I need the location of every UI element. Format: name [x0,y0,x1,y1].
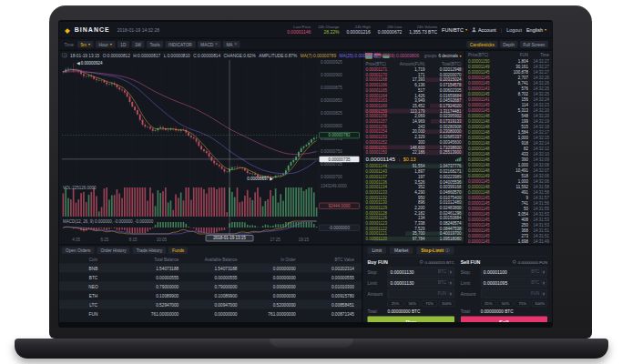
funds-cell: 0.52947000 [127,302,186,308]
toolbar-button-macd[interactable]: MACD× [198,41,221,48]
legend-token: C:0.00000814 [193,53,220,58]
tab-trade-history[interactable]: Trade History [133,247,166,254]
tab-order-history[interactable]: Order History [97,247,129,254]
trade-price: 0.00001145 [468,217,497,222]
stepper-down-icon[interactable]: ▾ [450,272,452,275]
stepper-down-icon[interactable]: ▾ [450,294,452,297]
tab-funds[interactable]: Funds [168,247,188,254]
buy-percent-50[interactable]: 50% [404,300,420,307]
sell-stop-input[interactable]: 0.00001100BTC▴▾ [481,268,547,277]
buy-amount-input[interactable]: FUN▴▾ [388,289,454,298]
pair-selector[interactable]: FUN/BTC ▾ [442,27,467,33]
sell-percent-100[interactable]: 100% [532,300,547,307]
toolbar-button-1d[interactable]: 1D [117,41,129,48]
funds-cell: 0.00871345 [303,311,362,317]
trade-amount: 30,161 [497,65,528,69]
total-cell: 0.20315024 [425,77,462,82]
sell-button[interactable]: Sell [461,317,547,323]
decimals-selector[interactable]: 6 decimals ▾ [438,54,461,58]
toolbar-button-hour[interactable]: Hour▾ [96,41,115,48]
trade-time: 14:31:51 [528,234,549,238]
group-setting: groups 6 decimals ▾ [424,54,462,58]
stepper-down-icon[interactable]: ▾ [543,294,545,297]
order-type-tab-market[interactable]: Market [390,248,413,255]
tab-open-orders[interactable]: Open Orders [62,247,94,254]
order-type-tab-stop-limit[interactable]: Stop-Limitⓘ [416,247,454,255]
total-cell: 0.00399168 [425,185,462,189]
trade-time: 14:32:09 [528,157,549,162]
sell-percent-75[interactable]: 75% [515,300,530,307]
sell-percent-25[interactable]: 25% [481,300,496,307]
trade-time: 14:32:27 [528,70,549,75]
trade-time: 14:32:27 [528,65,549,69]
trade-time: 14:32:25 [528,86,549,91]
trade-price: 0.00001145 [468,207,497,211]
sell-amount-input[interactable]: FUN▴▾ [481,289,547,298]
legend-token: O:0.00000812 [103,53,130,58]
toolbar-button-depth[interactable]: Depth [500,41,518,48]
buy-percent-100[interactable]: 100% [439,300,454,307]
price-cell: 0.00001129 [366,206,399,210]
buy-button[interactable]: Buy [368,317,454,323]
toolbar-button-time[interactable]: Time [63,41,75,48]
stepper: ▴▾ [541,280,545,285]
funds-panel: Open OrdersOrder HistoryTrade HistoryFun… [59,246,362,323]
stepper-down-icon[interactable]: ▾ [543,283,545,286]
stage: ◆ BINANCE 2018-01-19 14:32:28 Last Price… [0,0,622,364]
stepper-down-icon[interactable]: ▾ [543,272,545,275]
account-menu[interactable]: Account [472,27,496,33]
total-cell: 0.01012480 [425,200,462,205]
buy-limit-input[interactable]: 0.00001130BTC▴▾ [388,278,454,288]
buy-percent-75[interactable]: 75% [422,300,437,307]
order-book-buy-row[interactable]: 0.0000112097,7841.09518080 [363,237,464,242]
funds-cell: 0.79000000 [186,284,244,289]
language-selector[interactable]: English ▾ [526,27,546,33]
toolbar-button-indicator[interactable]: INDICATOR [166,41,196,48]
funds-cell: 0.10089900 [186,293,244,298]
trade-amount: 5,313 [497,108,528,113]
field-unit: BTC [438,280,446,285]
toolbar-button-5m[interactable]: 5m▾ [77,41,94,48]
trade-price: 0.00001145 [468,81,497,86]
depth-chart-icon[interactable] [455,157,462,162]
stepper-down-icon[interactable]: ▾ [450,283,452,286]
trade-amount: 3,054 [497,212,528,217]
toolbar-button-1w[interactable]: 1W [131,41,144,48]
total-cell: 0.00223989 [425,175,462,179]
amount-cell: 20,000 [399,129,425,134]
trade-row[interactable]: 0.000011451,69814:31:49 [465,238,552,244]
camera-icon[interactable] [62,54,67,58]
order-book-sell-row[interactable]: 0.0000115022,1860.25513900 [363,150,464,156]
funds-cell: 0.00000000 [245,275,303,280]
trade-price: 0.00001148 [468,119,497,124]
toolbar-button-tools[interactable]: Tools [147,41,163,48]
buy-percent-25[interactable]: 25% [388,300,403,307]
logout-button[interactable]: Logout [506,27,522,33]
close-icon[interactable]: × [235,42,238,46]
legend-token: H:0.00000817 [133,53,160,58]
trade-amount: 100,878 [497,70,528,75]
buy-stop-input[interactable]: 0.00001130BTC▴▾ [388,268,454,277]
header-datetime: 2018-01-19 14:32:28 [117,27,159,33]
sell-limit-input[interactable]: 0.00001095BTC▴▾ [481,278,547,288]
price-cell: 0.00001153 [366,135,399,139]
total-cell: 0.00150884 [425,216,462,220]
toolbar-button-full-screen[interactable]: Full Screen [520,41,548,48]
svg-text:0.00000735: 0.00000735 [329,157,351,162]
amount-cell: 148,600 [399,145,425,149]
order-type-tab-limit[interactable]: Limit [368,248,387,255]
svg-text:0.00000825: 0.00000825 [321,111,342,116]
toolbar-button-candlesticks[interactable]: Candlesticks [466,41,497,48]
total-cell: 0.17924020 [425,104,462,108]
amount-cell: 3,949 [399,98,425,103]
total-cell: 1.71038600 [425,145,462,149]
ticker-stat-label: 24h Low [378,25,402,29]
toolbar-button-ma[interactable]: MA× [223,41,240,48]
trade-history-column-header: FUN [497,53,528,57]
close-icon[interactable]: × [215,42,218,46]
field-unit: FUN [531,291,539,296]
funds-cell: 0.10089900 [127,293,186,298]
chart-canvas[interactable]: 0.000009250.000009000.000008750.00000850… [59,51,362,244]
trade-price: 0.00001148 [468,157,497,162]
sell-percent-50[interactable]: 50% [498,300,514,307]
